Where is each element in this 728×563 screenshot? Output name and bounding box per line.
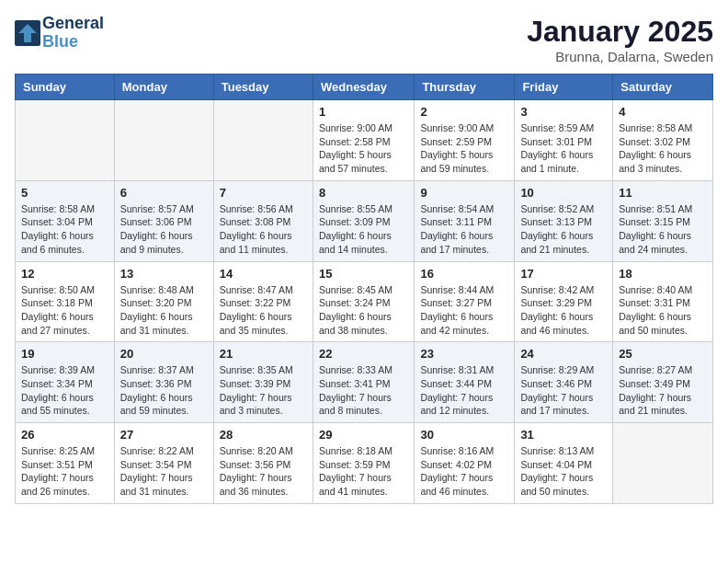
day-info: Sunrise: 8:27 AM Sunset: 3:49 PM Dayligh…: [619, 363, 707, 418]
calendar-day-cell: [114, 100, 213, 181]
day-number: 10: [520, 186, 607, 200]
day-info: Sunrise: 8:48 AM Sunset: 3:20 PM Dayligh…: [120, 283, 208, 338]
calendar-day-cell: 13Sunrise: 8:48 AM Sunset: 3:20 PM Dayli…: [114, 261, 213, 342]
day-info: Sunrise: 8:45 AM Sunset: 3:24 PM Dayligh…: [319, 283, 408, 338]
location: Brunna, Dalarna, Sweden: [527, 49, 713, 64]
day-number: 23: [420, 347, 508, 361]
calendar-week-row: 12Sunrise: 8:50 AM Sunset: 3:18 PM Dayli…: [16, 261, 713, 342]
day-number: 16: [420, 267, 508, 281]
day-info: Sunrise: 8:51 AM Sunset: 3:15 PM Dayligh…: [619, 202, 707, 257]
day-info: Sunrise: 8:13 AM Sunset: 4:04 PM Dayligh…: [520, 444, 607, 499]
day-number: 2: [420, 105, 508, 119]
day-info: Sunrise: 8:40 AM Sunset: 3:31 PM Dayligh…: [619, 283, 707, 338]
day-info: Sunrise: 8:47 AM Sunset: 3:22 PM Dayligh…: [220, 283, 307, 338]
day-number: 12: [21, 267, 108, 281]
calendar-day-cell: [213, 100, 313, 181]
calendar-day-cell: 22Sunrise: 8:33 AM Sunset: 3:41 PM Dayli…: [313, 342, 414, 423]
calendar-table: SundayMondayTuesdayWednesdayThursdayFrid…: [15, 74, 713, 504]
day-number: 17: [520, 267, 607, 281]
calendar-day-cell: [613, 423, 713, 504]
calendar-day-cell: 4Sunrise: 8:58 AM Sunset: 3:02 PM Daylig…: [613, 100, 713, 181]
calendar-day-cell: 12Sunrise: 8:50 AM Sunset: 3:18 PM Dayli…: [16, 261, 115, 342]
calendar-day-cell: 10Sunrise: 8:52 AM Sunset: 3:13 PM Dayli…: [515, 180, 613, 261]
calendar-day-cell: 14Sunrise: 8:47 AM Sunset: 3:22 PM Dayli…: [213, 261, 313, 342]
calendar-day-cell: 8Sunrise: 8:55 AM Sunset: 3:09 PM Daylig…: [313, 180, 414, 261]
calendar-day-cell: 2Sunrise: 9:00 AM Sunset: 2:59 PM Daylig…: [415, 100, 515, 181]
day-info: Sunrise: 8:16 AM Sunset: 4:02 PM Dayligh…: [420, 444, 508, 499]
calendar-day-cell: 29Sunrise: 8:18 AM Sunset: 3:59 PM Dayli…: [313, 423, 414, 504]
day-info: Sunrise: 8:22 AM Sunset: 3:54 PM Dayligh…: [120, 444, 208, 499]
day-info: Sunrise: 8:57 AM Sunset: 3:06 PM Dayligh…: [120, 202, 208, 257]
day-info: Sunrise: 8:29 AM Sunset: 3:46 PM Dayligh…: [520, 363, 607, 418]
day-number: 5: [21, 186, 108, 200]
day-number: 9: [420, 186, 508, 200]
day-number: 6: [120, 186, 208, 200]
calendar-day-cell: 28Sunrise: 8:20 AM Sunset: 3:56 PM Dayli…: [213, 423, 313, 504]
col-header-friday: Friday: [515, 75, 613, 100]
page-header: General Blue January 2025 Brunna, Dalarn…: [15, 15, 713, 64]
col-header-wednesday: Wednesday: [313, 75, 414, 100]
title-block: January 2025 Brunna, Dalarna, Sweden: [527, 15, 713, 64]
day-number: 29: [319, 428, 408, 442]
logo: General Blue: [15, 15, 104, 52]
day-number: 14: [220, 267, 307, 281]
day-number: 28: [220, 428, 307, 442]
calendar-day-cell: 18Sunrise: 8:40 AM Sunset: 3:31 PM Dayli…: [613, 261, 713, 342]
calendar-day-cell: 27Sunrise: 8:22 AM Sunset: 3:54 PM Dayli…: [114, 423, 213, 504]
day-info: Sunrise: 8:35 AM Sunset: 3:39 PM Dayligh…: [220, 363, 307, 418]
calendar-week-row: 26Sunrise: 8:25 AM Sunset: 3:51 PM Dayli…: [16, 423, 713, 504]
day-info: Sunrise: 9:00 AM Sunset: 2:58 PM Dayligh…: [319, 121, 408, 176]
calendar-day-cell: 26Sunrise: 8:25 AM Sunset: 3:51 PM Dayli…: [16, 423, 115, 504]
day-number: 19: [21, 347, 108, 361]
day-info: Sunrise: 8:37 AM Sunset: 3:36 PM Dayligh…: [120, 363, 208, 418]
day-number: 18: [619, 267, 707, 281]
day-number: 30: [420, 428, 508, 442]
col-header-thursday: Thursday: [415, 75, 515, 100]
day-info: Sunrise: 8:52 AM Sunset: 3:13 PM Dayligh…: [520, 202, 607, 257]
day-number: 20: [120, 347, 208, 361]
day-info: Sunrise: 8:59 AM Sunset: 3:01 PM Dayligh…: [520, 121, 607, 176]
day-number: 26: [21, 428, 108, 442]
calendar-week-row: 1Sunrise: 9:00 AM Sunset: 2:58 PM Daylig…: [16, 100, 713, 181]
calendar-day-cell: [16, 100, 115, 181]
calendar-day-cell: 1Sunrise: 9:00 AM Sunset: 2:58 PM Daylig…: [313, 100, 414, 181]
day-number: 1: [319, 105, 408, 119]
calendar-day-cell: 15Sunrise: 8:45 AM Sunset: 3:24 PM Dayli…: [313, 261, 414, 342]
calendar-day-cell: 19Sunrise: 8:39 AM Sunset: 3:34 PM Dayli…: [16, 342, 115, 423]
calendar-day-cell: 20Sunrise: 8:37 AM Sunset: 3:36 PM Dayli…: [114, 342, 213, 423]
calendar-day-cell: 21Sunrise: 8:35 AM Sunset: 3:39 PM Dayli…: [213, 342, 313, 423]
col-header-saturday: Saturday: [613, 75, 713, 100]
logo-line2: Blue: [42, 33, 104, 52]
day-number: 25: [619, 347, 707, 361]
calendar-week-row: 19Sunrise: 8:39 AM Sunset: 3:34 PM Dayli…: [16, 342, 713, 423]
calendar-day-cell: 3Sunrise: 8:59 AM Sunset: 3:01 PM Daylig…: [515, 100, 613, 181]
calendar-header-row: SundayMondayTuesdayWednesdayThursdayFrid…: [16, 75, 713, 100]
calendar-day-cell: 25Sunrise: 8:27 AM Sunset: 3:49 PM Dayli…: [613, 342, 713, 423]
day-number: 11: [619, 186, 707, 200]
calendar-day-cell: 11Sunrise: 8:51 AM Sunset: 3:15 PM Dayli…: [613, 180, 713, 261]
day-number: 8: [319, 186, 408, 200]
day-info: Sunrise: 8:58 AM Sunset: 3:02 PM Dayligh…: [619, 121, 707, 176]
day-info: Sunrise: 8:31 AM Sunset: 3:44 PM Dayligh…: [420, 363, 508, 418]
day-info: Sunrise: 8:33 AM Sunset: 3:41 PM Dayligh…: [319, 363, 408, 418]
day-number: 4: [619, 105, 707, 119]
day-info: Sunrise: 8:58 AM Sunset: 3:04 PM Dayligh…: [21, 202, 108, 257]
day-number: 7: [220, 186, 307, 200]
day-info: Sunrise: 8:50 AM Sunset: 3:18 PM Dayligh…: [21, 283, 108, 338]
day-number: 15: [319, 267, 408, 281]
calendar-day-cell: 30Sunrise: 8:16 AM Sunset: 4:02 PM Dayli…: [415, 423, 515, 504]
month-title: January 2025: [527, 15, 713, 49]
day-number: 22: [319, 347, 408, 361]
day-info: Sunrise: 8:55 AM Sunset: 3:09 PM Dayligh…: [319, 202, 408, 257]
calendar-day-cell: 23Sunrise: 8:31 AM Sunset: 3:44 PM Dayli…: [415, 342, 515, 423]
calendar-day-cell: 16Sunrise: 8:44 AM Sunset: 3:27 PM Dayli…: [415, 261, 515, 342]
day-info: Sunrise: 9:00 AM Sunset: 2:59 PM Dayligh…: [420, 121, 508, 176]
logo-line1: General: [42, 15, 104, 33]
logo-icon: [15, 20, 40, 46]
calendar-day-cell: 31Sunrise: 8:13 AM Sunset: 4:04 PM Dayli…: [515, 423, 613, 504]
day-number: 13: [120, 267, 208, 281]
calendar-day-cell: 9Sunrise: 8:54 AM Sunset: 3:11 PM Daylig…: [415, 180, 515, 261]
day-number: 21: [220, 347, 307, 361]
calendar-day-cell: 24Sunrise: 8:29 AM Sunset: 3:46 PM Dayli…: [515, 342, 613, 423]
day-info: Sunrise: 8:54 AM Sunset: 3:11 PM Dayligh…: [420, 202, 508, 257]
